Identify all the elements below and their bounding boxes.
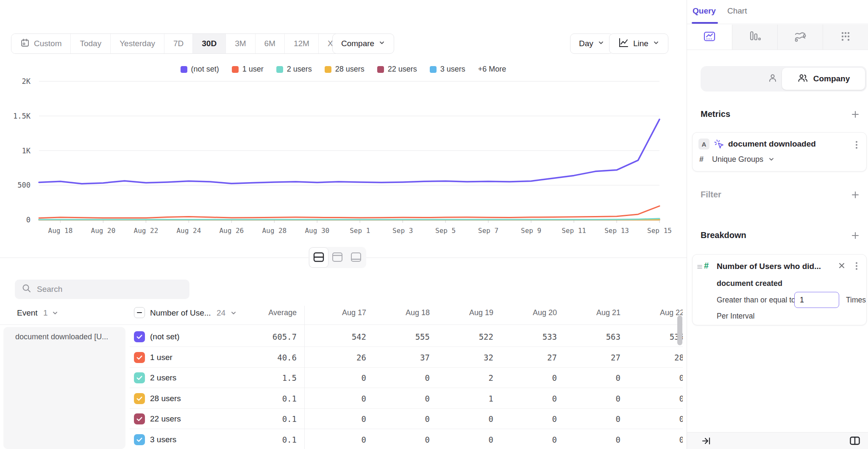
- layout-button-bottom-panel-view[interactable]: [347, 248, 365, 267]
- chart-type-tabs: [687, 25, 868, 50]
- table-row[interactable]: 28 users0.1001000: [0, 388, 683, 409]
- breakdown-title[interactable]: Number of Users who did...: [717, 262, 821, 271]
- svg-text:Aug 24: Aug 24: [176, 227, 201, 235]
- filter-section-title: Filter: [701, 190, 721, 200]
- row-value: 0: [557, 435, 620, 444]
- table-row[interactable]: (not set)605.7542555522533563535: [0, 327, 683, 347]
- row-label: 3 users: [150, 430, 176, 449]
- layout-button-top-panel-view[interactable]: [328, 248, 347, 267]
- metric-kebab-menu[interactable]: [852, 139, 861, 152]
- row-value: 0: [620, 373, 683, 382]
- svg-text:Sep 15: Sep 15: [647, 227, 672, 235]
- row-label: 28 users: [150, 388, 181, 409]
- table-row[interactable]: 1 user40.6263732272728: [0, 347, 683, 368]
- row-checkbox[interactable]: [134, 331, 145, 342]
- row-value: 542: [303, 332, 366, 341]
- row-value: 0: [366, 435, 430, 444]
- breakdown-condition-label[interactable]: Greater than or equal to: [717, 296, 796, 305]
- svg-text:Aug 20: Aug 20: [91, 227, 116, 235]
- chart-type-tab-grid-dots[interactable]: [823, 25, 868, 50]
- chart-type-tab-flow-chart[interactable]: [777, 25, 823, 50]
- breakdown-card: # Number of Users who did... document cr…: [692, 254, 867, 325]
- close-icon[interactable]: [837, 261, 846, 271]
- row-value: 535: [620, 332, 683, 341]
- svg-text:Sep 1: Sep 1: [350, 227, 370, 235]
- flow-chart-icon: [793, 30, 807, 44]
- average-column-header[interactable]: Average: [233, 308, 297, 317]
- table-row[interactable]: 2 users1.5002000: [0, 368, 683, 388]
- event-header-label: Event: [17, 308, 38, 317]
- row-checkbox[interactable]: [134, 372, 145, 383]
- row-checkbox[interactable]: [134, 393, 145, 404]
- add-metric-button[interactable]: [849, 108, 861, 120]
- panel-tabs: Query Chart: [687, 0, 868, 24]
- search-box: [15, 280, 189, 299]
- row-value: 27: [493, 353, 557, 362]
- measure-dropdown[interactable]: Unique Groups: [712, 155, 775, 165]
- table-row[interactable]: 22 users0.1000000: [0, 409, 683, 429]
- metric-event-name[interactable]: document downloaded: [728, 139, 816, 149]
- row-average: 0.1: [233, 414, 297, 424]
- row-value: 0: [303, 435, 366, 444]
- svg-text:500: 500: [17, 181, 31, 189]
- select-all-checkbox[interactable]: [134, 307, 145, 318]
- metric-card[interactable]: A document downloaded # Unique Groups: [692, 132, 867, 172]
- row-value: 555: [366, 332, 430, 341]
- row-value: 26: [303, 353, 366, 362]
- row-average: 0.1: [233, 435, 297, 444]
- table-row[interactable]: 3 users0.1000000: [0, 430, 683, 449]
- svg-text:Aug 22: Aug 22: [134, 227, 159, 235]
- split-view-icon: [312, 251, 325, 264]
- vertical-scrollbar[interactable]: [677, 316, 682, 345]
- row-value: 0: [620, 394, 683, 403]
- row-value: 0: [557, 373, 620, 382]
- group-header-count: 24: [217, 308, 225, 317]
- chart-type-tab-line-chart[interactable]: [687, 25, 732, 50]
- row-average: 605.7: [233, 332, 297, 341]
- group-column-header[interactable]: Number of Use... 24: [150, 308, 237, 319]
- bottom-panel-view-icon: [350, 251, 362, 264]
- svg-text:Aug 18: Aug 18: [48, 227, 73, 235]
- search-icon: [22, 283, 32, 295]
- layout-toggle-group: [309, 247, 366, 268]
- chart-type-tab-bar-chart[interactable]: [732, 25, 777, 50]
- row-value: 0: [557, 394, 620, 403]
- row-value: 0: [493, 414, 557, 424]
- drag-handle-icon[interactable]: [697, 264, 703, 272]
- grid-dots-icon: [839, 30, 852, 44]
- breakdown-event-name[interactable]: document created: [717, 279, 782, 288]
- chevron-down-icon: [768, 156, 775, 164]
- breakdown-per-interval-label[interactable]: Per Interval: [717, 312, 754, 321]
- breakdown-kebab-menu[interactable]: [852, 261, 861, 273]
- row-average: 40.6: [233, 353, 297, 362]
- bar-chart-icon: [748, 30, 762, 44]
- svg-text:Sep 9: Sep 9: [521, 227, 541, 235]
- row-checkbox[interactable]: [134, 413, 145, 424]
- tab-chart[interactable]: Chart: [727, 6, 747, 16]
- panel-bottom-bar: [687, 432, 868, 449]
- event-header-count: 1: [43, 308, 48, 317]
- row-value: 0: [303, 394, 366, 403]
- row-checkbox[interactable]: [134, 434, 145, 445]
- row-value: 0: [430, 435, 493, 444]
- row-label: 1 user: [150, 347, 172, 368]
- measure-label: Unique Groups: [712, 155, 763, 164]
- breakdown-unit-label: Times: [846, 296, 866, 305]
- collapse-panel-icon[interactable]: [701, 436, 711, 447]
- svg-text:Aug 30: Aug 30: [305, 227, 329, 235]
- breakdown-value-input[interactable]: [794, 292, 839, 308]
- split-panel-icon[interactable]: [849, 436, 860, 447]
- tab-query[interactable]: Query: [693, 6, 716, 16]
- scope-option-company[interactable]: Company: [782, 68, 865, 90]
- row-checkbox[interactable]: [134, 352, 145, 363]
- line-chart: 2K1.5K1K5000Aug 18Aug 20Aug 22Aug 24Aug …: [0, 0, 687, 246]
- row-value: 533: [493, 332, 557, 341]
- add-filter-button[interactable]: [849, 189, 861, 201]
- row-value: 0: [493, 394, 557, 403]
- layout-button-split-view[interactable]: [309, 248, 328, 267]
- top-panel-view-icon: [331, 251, 344, 264]
- date-column-header: Aug 22: [620, 308, 683, 317]
- event-column-header[interactable]: Event 1: [17, 308, 58, 319]
- add-breakdown-button[interactable]: [849, 230, 861, 241]
- search-input[interactable]: [37, 285, 183, 294]
